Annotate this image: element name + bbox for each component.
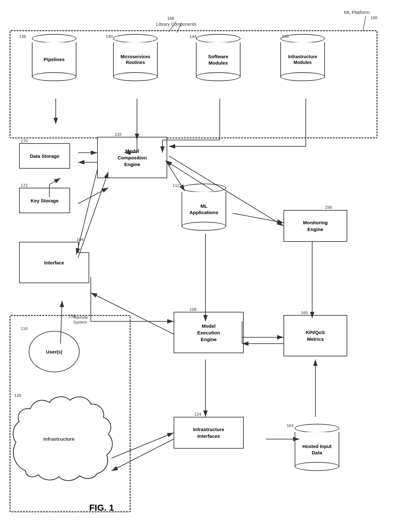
users-ref: 116 bbox=[21, 326, 28, 331]
key-storage-label: Key Storage bbox=[31, 197, 59, 204]
model-composition-ref: 132 bbox=[115, 132, 122, 137]
infra-modules-ref: 148 bbox=[282, 34, 289, 39]
ml-apps-label: MLApplications bbox=[182, 203, 226, 215]
infra-interfaces-label: InfrastructureInterfaces bbox=[193, 426, 224, 439]
users-circle: User(s) bbox=[29, 331, 80, 372]
library-ref: 168 bbox=[167, 16, 174, 21]
hosted-input-top bbox=[295, 424, 339, 433]
infra-interfaces-ref: 124 bbox=[194, 412, 201, 416]
infra-ref: 128 bbox=[14, 393, 21, 398]
platform-ref: 100 bbox=[370, 15, 377, 20]
microservices-ref: 140 bbox=[106, 34, 113, 39]
software-modules-top bbox=[196, 34, 241, 43]
ml-apps-top bbox=[182, 184, 226, 192]
kpi-qos-box: KPI/QoSMetrics bbox=[284, 315, 347, 356]
remote-system-label: RemoteSystem bbox=[73, 315, 88, 325]
library-label: Library Components bbox=[156, 22, 196, 27]
infra-modules-body: InfrastructureModules bbox=[280, 42, 325, 77]
hosted-input-ref: 164 bbox=[287, 423, 294, 428]
ml-applications-cylinder: MLApplications bbox=[182, 183, 226, 227]
svg-line-18 bbox=[78, 188, 108, 204]
model-execution-label: ModelExecutionEngine bbox=[197, 323, 220, 343]
remote-system-ref: 152 bbox=[68, 313, 75, 318]
microservices-bottom bbox=[113, 72, 158, 81]
software-modules-bottom bbox=[196, 72, 241, 81]
pipelines-bottom bbox=[32, 72, 76, 81]
users-label: User(s) bbox=[46, 349, 62, 354]
hosted-input-bottom bbox=[295, 462, 339, 471]
hosted-input-label: Hosted InputData bbox=[295, 443, 339, 456]
monitoring-engine-box: MonitoringEngine bbox=[284, 210, 347, 242]
pipelines-ref: 136 bbox=[19, 34, 26, 39]
infra-modules-bottom bbox=[280, 72, 325, 81]
pipelines-cylinder: Pipelines bbox=[32, 33, 76, 77]
data-storage-label: Data Storage bbox=[30, 153, 60, 159]
key-storage-ref: 172 bbox=[21, 183, 28, 188]
infrastructure-svg: Infrastructure bbox=[10, 391, 115, 487]
svg-text:Infrastructure: Infrastructure bbox=[43, 436, 75, 442]
key-storage-box: Key Storage bbox=[19, 188, 70, 213]
diagram: ML Platform 100 Library Components 168 bbox=[0, 0, 395, 532]
figure-label: FIG. 1 bbox=[89, 503, 114, 513]
pipelines-cylinder-top bbox=[32, 34, 76, 43]
pipelines-label: Pipelines bbox=[32, 56, 76, 63]
svg-line-17 bbox=[49, 178, 61, 185]
microservices-label: MicroservicesRoutines bbox=[114, 54, 157, 65]
ml-apps-ref: 112 bbox=[173, 183, 180, 188]
software-modules-label: SoftwareModules bbox=[197, 53, 240, 66]
ml-apps-bottom bbox=[182, 222, 226, 231]
platform-label: ML Platform bbox=[344, 10, 370, 15]
model-composition-label: ModelCompositionEngine bbox=[118, 148, 147, 168]
kpi-qos-ref: 160 bbox=[301, 310, 308, 315]
monitoring-engine-ref: 156 bbox=[325, 205, 332, 210]
hosted-input-body: Hosted InputData bbox=[295, 432, 339, 467]
infra-interfaces-box: InfrastructureInterfaces bbox=[174, 417, 244, 449]
model-execution-ref: 108 bbox=[190, 307, 197, 312]
svg-line-25 bbox=[233, 213, 284, 223]
data-storage-box: Data Storage bbox=[19, 143, 70, 169]
interface-container: Interface bbox=[19, 242, 89, 283]
hosted-input-cylinder: Hosted InputData bbox=[295, 423, 339, 467]
infra-modules-cylinder: InfrastructureModules bbox=[280, 33, 325, 77]
monitoring-engine-label: MonitoringEngine bbox=[303, 219, 327, 233]
microservices-cylinder: MicroservicesRoutines bbox=[113, 33, 158, 77]
svg-line-3 bbox=[363, 16, 366, 30]
microservices-cylinder-body: MicroservicesRoutines bbox=[113, 42, 158, 77]
software-modules-cylinder: SoftwareModules bbox=[196, 33, 241, 77]
interface-ref: 104 bbox=[76, 237, 83, 242]
pipelines-cylinder-body: Pipelines bbox=[32, 42, 76, 77]
microservices-cylinder-top bbox=[113, 34, 158, 43]
model-composition-box: ModelCompositionEngine bbox=[97, 137, 167, 178]
infra-modules-label: InfrastructureModules bbox=[281, 54, 324, 65]
data-storage-ref: 170 bbox=[21, 138, 28, 143]
software-modules-ref: 144 bbox=[190, 34, 197, 39]
model-execution-box: ModelExecutionEngine bbox=[174, 312, 244, 353]
ml-apps-body: MLApplications bbox=[182, 192, 226, 227]
interface-dogear-border bbox=[78, 242, 89, 253]
interface-label: Interface bbox=[44, 260, 64, 265]
software-modules-body: SoftwareModules bbox=[196, 42, 241, 77]
kpi-qos-label: KPI/QoSMetrics bbox=[306, 329, 325, 342]
